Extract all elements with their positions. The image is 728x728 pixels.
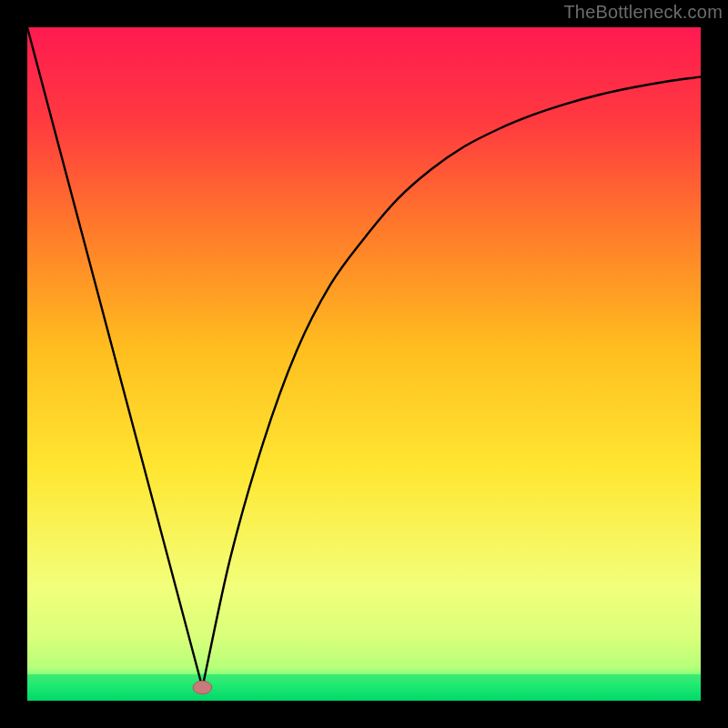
chart-svg <box>27 27 701 701</box>
svg-rect-0 <box>27 27 701 701</box>
svg-rect-1 <box>27 674 701 701</box>
min-marker <box>193 681 212 694</box>
watermark-text: TheBottleneck.com <box>563 2 723 23</box>
chart-stage: TheBottleneck.com <box>0 0 728 728</box>
plot-area <box>27 27 701 701</box>
